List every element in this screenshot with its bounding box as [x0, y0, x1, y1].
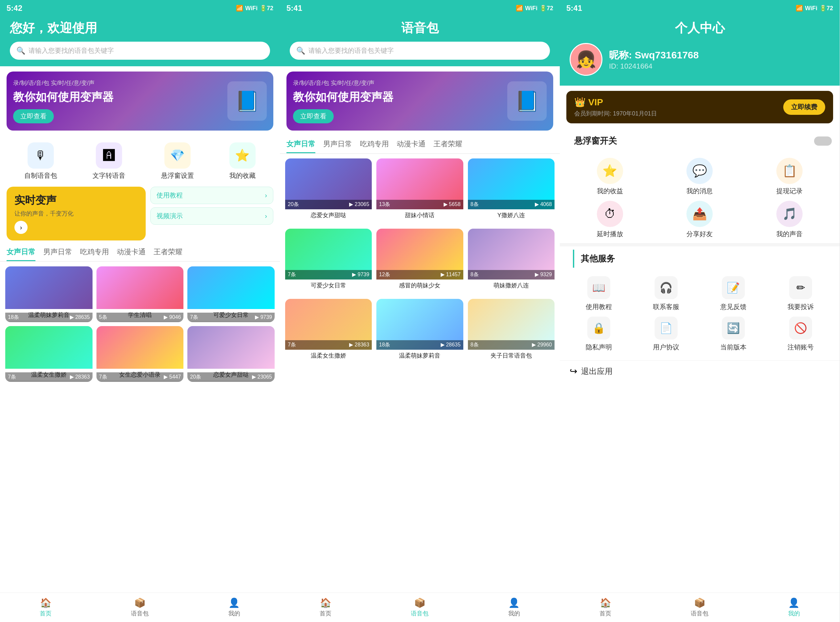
nav-profile-3[interactable]: 👤 我的: [788, 598, 800, 617]
tutorial-item-1[interactable]: 使用教程 ›: [150, 187, 274, 204]
battery-icon: 🔋72: [259, 5, 273, 12]
earnings-item-4[interactable]: ⏱ 延时播放: [568, 201, 652, 238]
header-2: 语音包 🔍 请输入您要找的语音包关键字: [280, 17, 560, 66]
tutorial-item-2[interactable]: 视频演示 ›: [150, 207, 274, 225]
nav-voice-3[interactable]: 📦 语音包: [691, 598, 709, 617]
service-tutorial[interactable]: 📖 使用教程: [568, 276, 630, 311]
vc-plays-5: ▶ 5447: [164, 374, 181, 381]
voice-card-3[interactable]: 7条 ▶ 9739 可爱少女日常: [188, 267, 274, 322]
earnings-item-2[interactable]: 💬 我的消息: [657, 158, 742, 195]
vc2-card-2[interactable]: 13条 ▶ 5658 甜妹小情话: [377, 159, 463, 224]
tab2-female-daily[interactable]: 女声日常: [287, 139, 315, 153]
tab2-king[interactable]: 王者荣耀: [433, 139, 462, 153]
nav-voice-2[interactable]: 📦 语音包: [411, 598, 428, 617]
quick-label-text: 文字转语音: [93, 171, 125, 180]
vc2-name-6: 萌妹撒娇八连: [468, 279, 555, 291]
status-bar-3: 5:41 📶 WiFi 🔋72: [560, 0, 840, 17]
earnings-icon-6: 🎵: [776, 201, 803, 227]
phone2: 5:41 📶 WiFi 🔋72 语音包 🔍 请输入您要找的语音包关键字 录/制/…: [280, 0, 560, 622]
vc2-count-9: 8条: [471, 341, 479, 348]
profile-nickname: 昵称: Swq73161768: [609, 49, 698, 62]
earnings-item-5[interactable]: 📤 分享好友: [657, 201, 742, 238]
service-privacy[interactable]: 🔒 隐私声明: [568, 317, 630, 352]
profile-info: 昵称: Swq73161768 ID: 10241664: [609, 49, 698, 70]
vc2-card-7[interactable]: 7条 ▶ 28363 温柔女生撒娇: [285, 299, 372, 364]
quick-item-fav[interactable]: ⭐ 我的收藏: [229, 142, 256, 180]
banner-btn-1[interactable]: 立即查看: [13, 109, 54, 123]
tab-chicken[interactable]: 吃鸡专用: [80, 247, 109, 261]
tab2-chicken[interactable]: 吃鸡专用: [360, 139, 389, 153]
tab-male-daily[interactable]: 男声日常: [43, 247, 72, 261]
service-cancel[interactable]: 🚫 注销账号: [770, 317, 832, 352]
nav-profile-label-3: 我的: [788, 610, 800, 617]
quick-item-voice[interactable]: 🎙 自制语音包: [24, 142, 57, 180]
vc2-card-6[interactable]: 8条 ▶ 9329 萌妹撒娇八连: [468, 229, 555, 294]
banner-2[interactable]: 录/制/语/音/包 实/时/任/意/变/声 教你如何使用变声器 立即查看 📘: [287, 72, 553, 131]
service-feedback[interactable]: 📝 意见反馈: [703, 276, 765, 311]
banner-1[interactable]: 录/制/语/音/包 实/时/任/意/变/声 教你如何使用变声器 立即查看 📘: [6, 72, 273, 131]
vc2-count-3: 8条: [471, 201, 479, 208]
vc2-card-3[interactable]: 8条 ▶ 4068 Y撒娇八连: [468, 159, 555, 224]
vc2-overlay-6: 8条 ▶ 9329: [468, 270, 555, 279]
service-agreement[interactable]: 📄 用户协议: [635, 317, 697, 352]
voice-card-2[interactable]: 5条 ▶ 9046 学生清唱: [96, 267, 184, 322]
vip-renew-button[interactable]: 立即续费: [783, 99, 825, 115]
voice-card-6[interactable]: 20条 ▶ 23065 恋爱女声甜哒: [188, 326, 274, 382]
quick-item-float[interactable]: 💎 悬浮窗设置: [161, 142, 194, 180]
service-version[interactable]: 🔄 当前版本: [703, 317, 765, 352]
tab2-anime[interactable]: 动漫卡通: [397, 139, 425, 153]
nav-home-3[interactable]: 🏠 首页: [599, 598, 611, 617]
nav-profile-2[interactable]: 👤 我的: [508, 598, 520, 617]
nav-voice-1[interactable]: 📦 语音包: [131, 598, 149, 617]
vip-label: VIP: [588, 97, 603, 107]
vc2-card-9[interactable]: 8条 ▶ 29960 夹子日常语音包: [468, 299, 555, 364]
search-bar-2[interactable]: 🔍 请输入您要找的语音包关键字: [290, 42, 550, 60]
vc2-plays-6: ▶ 9329: [535, 271, 552, 278]
service-complaint[interactable]: ✏ 我要投诉: [770, 276, 832, 311]
logout-row[interactable]: ↪ 退出应用: [560, 360, 840, 382]
nav-home-1[interactable]: 🏠 首页: [40, 598, 52, 617]
float-window-label: 悬浮窗开关: [568, 132, 624, 150]
voice-card-4[interactable]: 7条 ▶ 28363 温柔女生撒娇: [5, 326, 93, 382]
vc2-card-8[interactable]: 18条 ▶ 28635 温柔萌妹萝莉音: [377, 299, 463, 364]
vc2-overlay-1: 20条 ▶ 23065: [285, 200, 372, 209]
voice-card-5[interactable]: 7条 ▶ 5447 女生恋爱小语录: [96, 326, 184, 382]
earnings-item-1[interactable]: ⭐ 我的收益: [568, 158, 652, 195]
tab2-male-daily[interactable]: 男声日常: [323, 139, 352, 153]
vc2-overlay-2: 13条 ▶ 5658: [377, 200, 463, 209]
nav-voice-label-1: 语音包: [131, 610, 149, 617]
vc2-card-1[interactable]: 20条 ▶ 23065 恋爱女声甜哒: [285, 159, 372, 224]
voice-icon-1: 📦: [134, 598, 146, 608]
vip-card[interactable]: 👑 VIP 会员到期时间: 1970年01月01日 立即续费: [566, 91, 833, 123]
service-icon-cancel: 🚫: [789, 317, 812, 340]
service-support[interactable]: 🎧 联系客服: [635, 276, 697, 311]
earnings-item-6[interactable]: 🎵 我的声音: [747, 201, 832, 238]
float-window-toggle[interactable]: [814, 136, 832, 146]
tab-anime[interactable]: 动漫卡通: [117, 247, 146, 261]
tab-female-daily[interactable]: 女声日常: [6, 247, 35, 261]
vc-plays-2: ▶ 9046: [164, 314, 181, 321]
search-bar-1[interactable]: 🔍 请输入您要找的语音包关键字: [10, 42, 270, 60]
nickname-label: 昵称:: [609, 50, 634, 60]
service-label-tutorial: 使用教程: [586, 302, 612, 311]
service-label-feedback: 意见反馈: [720, 302, 747, 311]
tab-king[interactable]: 王者荣耀: [154, 247, 183, 261]
vc2-name-8: 温柔萌妹萝莉音: [377, 350, 463, 361]
service-icon-complaint: ✏: [789, 276, 812, 299]
vc2-card-4[interactable]: 7条 ▶ 9739 可爱少女日常: [285, 229, 372, 294]
quick-item-text[interactable]: 🅰 文字转语音: [93, 142, 125, 180]
earnings-item-3[interactable]: 📋 提现记录: [747, 158, 832, 195]
voice-card-img-5: [96, 326, 184, 369]
nav-profile-1[interactable]: 👤 我的: [229, 598, 240, 617]
banner-btn-2[interactable]: 立即查看: [293, 109, 334, 123]
banner-text-1: 录/制/语/音/包 实/时/任/意/变/声 教你如何使用变声器 立即查看: [13, 79, 227, 123]
vc2-card-5[interactable]: 12条 ▶ 11457 感冒的萌妹少女: [377, 229, 463, 294]
nickname-value: Swq73161768: [634, 50, 698, 60]
vc2-plays-8: ▶ 28635: [441, 341, 461, 348]
vc2-name-1: 恋爱女声甜哒: [285, 209, 372, 221]
vc2-name-3: Y撒娇八连: [468, 209, 555, 221]
nav-home-2[interactable]: 🏠 首页: [320, 598, 331, 617]
tutorial-label-1: 使用教程: [157, 191, 183, 200]
voice-card-1[interactable]: 18条 ▶ 28635 温柔萌妹萝莉音: [5, 267, 93, 322]
realtime-card[interactable]: 实时变声 让你的声音，千变万化 ›: [6, 187, 146, 241]
